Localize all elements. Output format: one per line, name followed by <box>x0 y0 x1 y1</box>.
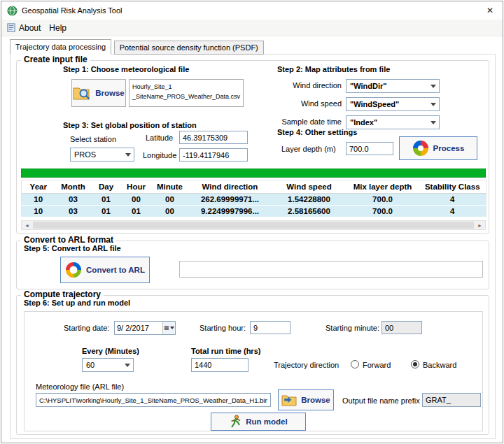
layer-depth-label: Layer depth (m) <box>281 145 336 153</box>
step2-title: Step 2: Map attributes from file <box>277 65 390 73</box>
step1-browse-button[interactable]: Browse <box>71 79 126 107</box>
window-title: Geospatial Risk Analysis Tool <box>22 6 122 15</box>
backward-radio-label[interactable]: Backward <box>423 361 456 369</box>
forward-radio-label[interactable]: Forward <box>363 361 391 369</box>
calendar-dropdown-button[interactable]: ▦ <box>162 322 175 334</box>
chevron-down-icon <box>125 364 130 367</box>
step6-title: Step 6: Set up and run model <box>24 299 130 307</box>
sample-date-time-select[interactable]: "Index" <box>346 115 440 129</box>
table-cell: 262.69999971... <box>188 194 272 206</box>
run-model-icon <box>229 415 241 429</box>
starting-hour-label: Starting hour: <box>200 324 246 332</box>
folder-search-icon <box>73 85 91 101</box>
wind-speed-select[interactable]: "WindSpeed" <box>346 97 440 111</box>
column-header: Minute <box>152 180 188 194</box>
table-row[interactable]: 10 03 01 01 00 9.2249997996... 2.5816560… <box>22 206 486 217</box>
total-run-time-field[interactable] <box>191 358 248 372</box>
convert-to-arl-group: Convert to ARL format Step 5: Convert to… <box>16 241 489 289</box>
step1-file-line2: _SiteName_PROS_Weather_Data.csv <box>132 92 240 101</box>
table-cell: 4 <box>419 206 486 217</box>
backward-radio[interactable] <box>411 360 419 368</box>
scroll-left-icon[interactable]: ◄ <box>22 221 32 229</box>
scrollbar-thumb[interactable] <box>33 222 474 229</box>
table-cell: 01 <box>92 194 121 206</box>
step4-title: Step 4: Other settings <box>277 128 357 136</box>
process-label: Process <box>433 144 465 152</box>
table-cell: 01 <box>92 206 121 217</box>
starting-date-label: Starting date: <box>64 324 109 332</box>
chevron-down-icon <box>430 121 436 124</box>
table-cell: 10 <box>22 206 55 217</box>
import-progress-bar <box>21 169 486 178</box>
tab-page-trajectory: Create input file Step 1: Choose meteoro… <box>10 54 496 439</box>
step6-browse-label: Browse <box>301 396 330 404</box>
step1-file-line1: Hourly_Site_1 <box>132 82 240 92</box>
chevron-down-icon <box>125 153 131 157</box>
starting-date-value: 9/ 2/2017 <box>115 324 162 332</box>
table-header-row: Year Month Day Hour Minute Wind directio… <box>22 180 486 194</box>
wind-direction-value: "WindDir" <box>350 82 387 90</box>
column-header: Hour <box>121 180 152 194</box>
wind-direction-select[interactable]: "WindDir" <box>346 79 440 93</box>
layer-depth-field[interactable] <box>346 142 393 155</box>
tab-trajectory-data-processing[interactable]: Trajectory data processing <box>10 39 111 55</box>
process-pinwheel-icon <box>412 140 429 157</box>
trajectory-direction-label: Trajectory direction <box>274 361 339 369</box>
table-cell: 00 <box>121 194 152 206</box>
step1-file-display: Hourly_Site_1 _SiteName_PROS_Weather_Dat… <box>129 79 244 107</box>
column-header: Year <box>22 180 55 194</box>
meteorology-file-field[interactable] <box>36 393 271 407</box>
starting-minute-field[interactable] <box>382 321 422 334</box>
convert-to-arl-button[interactable]: Convert to ARL <box>60 257 150 283</box>
step6-browse-button[interactable]: Browse <box>278 389 334 410</box>
menu-item-about[interactable]: About <box>16 22 46 34</box>
step1-browse-label: Browse <box>95 89 125 97</box>
process-button[interactable]: Process <box>399 136 477 160</box>
step1-title: Step 1: Choose meteorological file <box>63 65 189 73</box>
run-model-button[interactable]: Run model <box>211 413 306 431</box>
convert-progress-bar <box>179 261 483 278</box>
column-header: Wind speed <box>272 180 346 194</box>
menu-bar: About Help <box>1 20 503 36</box>
table-cell: 2.58165600 <box>272 206 346 217</box>
compute-group-title: Compute trajectory <box>21 289 104 299</box>
select-station-label: Select station <box>70 135 116 143</box>
close-button[interactable]: ✕ <box>477 1 503 20</box>
tab-strip: Trajectory data processing Potential sou… <box>10 39 263 55</box>
table-cell: 9.2249997996... <box>188 206 272 217</box>
every-minutes-label: Every (Minutes) <box>82 347 139 355</box>
table-row[interactable]: 10 03 01 00 00 262.69999971... 1.5422880… <box>22 194 486 206</box>
every-minutes-select[interactable]: 60 <box>82 358 134 372</box>
wind-direction-label: Wind direction <box>277 81 342 89</box>
table-cell: 4 <box>419 194 486 206</box>
column-header: Stability Class <box>419 180 486 194</box>
starting-hour-field[interactable] <box>250 321 290 334</box>
menu-item-help[interactable]: Help <box>46 22 72 34</box>
convert-cycle-icon <box>65 262 82 278</box>
forward-radio[interactable] <box>351 360 359 368</box>
chevron-down-icon <box>430 103 436 106</box>
table-horizontal-scrollbar[interactable]: ◄ ► <box>21 220 486 230</box>
station-select[interactable]: PROS <box>70 148 134 162</box>
create-input-file-title: Create input file <box>21 55 90 64</box>
sample-date-time-value: "Index" <box>350 118 377 127</box>
title-bar[interactable]: Geospatial Risk Analysis Tool ✕ <box>1 1 503 20</box>
table-cell: 1.54228800 <box>272 194 346 206</box>
weather-data-table[interactable]: Year Month Day Hour Minute Wind directio… <box>21 180 486 217</box>
latitude-field[interactable] <box>179 131 248 144</box>
chevron-down-icon <box>430 85 436 88</box>
convert-group-title: Convert to ARL format <box>21 235 116 245</box>
app-window: Geospatial Risk Analysis Tool ✕ About He… <box>1 1 503 443</box>
column-header: Month <box>55 180 92 194</box>
starting-date-picker[interactable]: 9/ 2/2017 ▦ <box>114 321 176 335</box>
wind-speed-label: Wind speed <box>277 99 342 108</box>
output-prefix-field[interactable] <box>422 393 481 407</box>
column-header: Mix layer depth <box>346 180 419 194</box>
column-header: Day <box>92 180 121 194</box>
output-prefix-label: Output file name prefix <box>342 396 420 405</box>
tab-psdf[interactable]: Potential source density function (PSDF) <box>114 41 264 55</box>
scroll-right-icon[interactable]: ► <box>475 221 485 229</box>
longitude-field[interactable] <box>179 148 248 162</box>
chevron-down-icon <box>170 327 174 329</box>
table-cell: 01 <box>121 206 152 217</box>
